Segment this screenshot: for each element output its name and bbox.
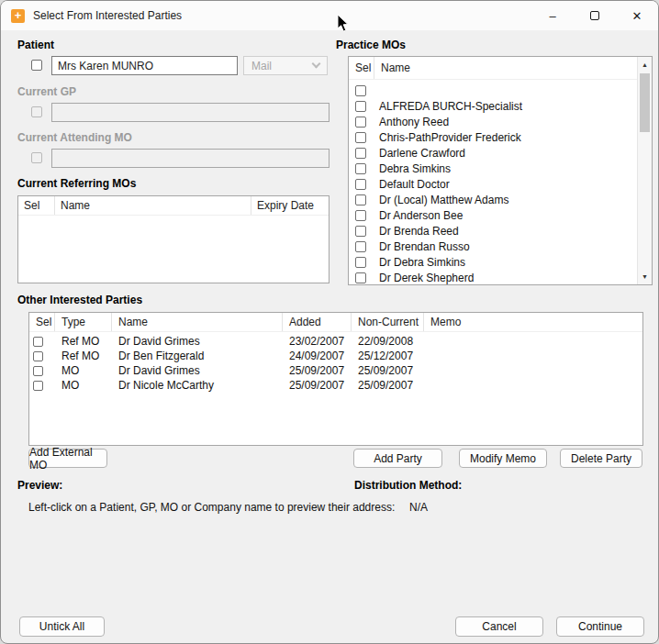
other-party-checkbox[interactable] <box>33 366 43 376</box>
other-party-name: Dr David Grimes <box>112 335 283 348</box>
other-party-sel-cell <box>29 381 55 391</box>
column-header-type[interactable]: Type <box>55 313 112 331</box>
practice-mo-name[interactable]: Default Doctor <box>379 178 450 191</box>
practice-mo-checkbox[interactable] <box>355 179 366 190</box>
practice-mo-name[interactable]: Dr Brenda Reed <box>379 225 459 238</box>
delete-party-button[interactable]: Delete Party <box>560 449 642 468</box>
practice-mo-name[interactable]: Debra Simkins <box>379 162 451 175</box>
practice-mo-row[interactable]: Darlene Crawford <box>349 145 637 161</box>
column-header-name[interactable]: Name <box>374 57 637 79</box>
preview-label: Preview: <box>17 479 62 492</box>
practice-mo-checkbox[interactable] <box>355 194 366 205</box>
other-party-sel-cell <box>29 351 55 361</box>
column-header-sel[interactable]: Sel <box>18 196 55 215</box>
practice-mo-row[interactable]: Default Doctor <box>349 176 637 192</box>
practice-mo-checkbox[interactable] <box>355 272 366 283</box>
other-party-checkbox[interactable] <box>33 337 43 347</box>
practice-mo-row[interactable]: Dr Brenda Reed <box>349 223 637 239</box>
practice-mo-name[interactable]: Dr Anderson Bee <box>379 209 463 222</box>
other-party-row[interactable]: MODr Nicole McCarthy25/09/200725/09/2007 <box>29 378 642 393</box>
cancel-button[interactable]: Cancel <box>455 616 543 637</box>
add-party-button[interactable]: Add Party <box>353 449 442 468</box>
other-party-type: MO <box>55 379 112 392</box>
practice-mo-name[interactable]: Dr Brendan Russo <box>379 240 470 253</box>
minimize-button[interactable]: – <box>531 1 574 30</box>
other-party-type: MO <box>55 364 112 377</box>
modify-memo-button[interactable]: Modify Memo <box>459 449 547 468</box>
practice-mo-row[interactable]: Debra Simkins <box>349 161 637 176</box>
other-party-added: 25/09/2007 <box>283 379 352 392</box>
other-party-noncurrent: 25/09/2007 <box>352 364 424 377</box>
practice-mo-row[interactable]: Chris-PathProvider Frederick <box>349 129 637 145</box>
other-party-row[interactable]: MODr David Grimes25/09/200725/09/2007 <box>29 363 642 378</box>
practice-mo-name[interactable]: Chris-PathProvider Frederick <box>379 131 521 144</box>
practice-mo-checkbox[interactable] <box>355 226 366 237</box>
title-bar[interactable]: + Select From Interested Parties – ✕ <box>1 1 658 30</box>
current-attending-mo-label: Current Attending MO <box>17 131 132 144</box>
column-header-sel[interactable]: Sel <box>29 313 55 331</box>
practice-mo-name[interactable]: Anthony Reed <box>379 116 449 128</box>
scroll-up-icon[interactable]: ▲ <box>638 58 652 72</box>
practice-mo-name[interactable]: ALFREDA BURCH-Specialist <box>379 100 522 113</box>
practice-mo-row[interactable]: Anthony Reed <box>349 114 637 129</box>
other-interested-parties-label: Other Interested Parties <box>17 294 142 306</box>
other-party-name: Dr Nicole McCarthy <box>112 379 283 392</box>
column-header-sel[interactable]: Sel <box>349 57 374 79</box>
patient-checkbox[interactable] <box>31 60 42 71</box>
practice-mo-name[interactable]: Darlene Crawford <box>379 147 465 160</box>
practice-mo-checkbox[interactable] <box>355 117 366 128</box>
column-header-memo[interactable]: Memo <box>424 313 642 331</box>
other-party-added: 23/02/2007 <box>283 335 352 348</box>
other-party-noncurrent: 25/12/2007 <box>352 350 424 362</box>
vertical-scrollbar[interactable]: ▲ ▼ <box>637 57 652 284</box>
practice-mo-name[interactable]: Dr Debra Simkins <box>379 256 465 269</box>
close-button[interactable]: ✕ <box>616 1 658 30</box>
practice-mo-checkbox[interactable] <box>355 210 366 221</box>
window-controls: – ✕ <box>531 1 658 30</box>
maximize-button[interactable] <box>574 1 616 30</box>
patient-name-field[interactable]: Mrs Karen MUNRO <box>51 56 238 75</box>
scroll-down-icon[interactable]: ▼ <box>638 270 652 283</box>
add-external-mo-button[interactable]: Add External MO <box>28 449 107 468</box>
practice-mo-row[interactable]: ALFREDA BURCH-Specialist <box>349 98 637 114</box>
practice-mo-row[interactable] <box>349 83 637 98</box>
practice-mo-checkbox[interactable] <box>355 163 366 174</box>
current-attending-mo-field <box>51 149 330 168</box>
practice-mo-checkbox[interactable] <box>355 148 366 159</box>
other-parties-body: Ref MODr David Grimes23/02/200722/09/200… <box>29 332 642 393</box>
distribution-option-select: Mail <box>243 56 328 75</box>
current-referring-mos-header: Sel Name Expiry Date <box>18 196 329 216</box>
column-header-added[interactable]: Added <box>283 313 352 331</box>
scrollbar-thumb[interactable] <box>640 73 650 132</box>
column-header-name[interactable]: Name <box>55 196 251 215</box>
current-attending-mo-checkbox <box>31 152 42 163</box>
practice-mo-row[interactable]: Dr (Local) Matthew Adams <box>349 192 637 207</box>
other-party-added: 24/09/2007 <box>283 350 352 362</box>
other-party-type: Ref MO <box>55 335 112 348</box>
other-party-row[interactable]: Ref MODr David Grimes23/02/200722/09/200… <box>29 334 642 349</box>
distribution-method-label: Distribution Method: <box>354 479 462 492</box>
practice-mo-row[interactable]: Dr Derek Shepherd <box>349 270 637 284</box>
other-party-checkbox[interactable] <box>33 351 43 361</box>
continue-button[interactable]: Continue <box>556 616 644 637</box>
maximize-icon <box>590 11 599 20</box>
practice-mo-checkbox[interactable] <box>355 241 366 252</box>
column-header-non-current[interactable]: Non-Current <box>352 313 424 331</box>
practice-mo-row[interactable]: Dr Debra Simkins <box>349 254 637 270</box>
column-header-expiry-date[interactable]: Expiry Date <box>251 196 329 215</box>
practice-mo-name[interactable]: Dr Derek Shepherd <box>379 272 474 284</box>
practice-mo-name[interactable]: Dr (Local) Matthew Adams <box>379 194 508 206</box>
practice-mo-row[interactable]: Dr Anderson Bee <box>349 207 637 223</box>
other-party-checkbox[interactable] <box>33 381 43 391</box>
current-gp-checkbox <box>31 106 42 117</box>
app-icon: + <box>11 9 25 23</box>
practice-mo-row[interactable]: Dr Brendan Russo <box>349 239 637 254</box>
untick-all-button[interactable]: Untick All <box>19 616 105 637</box>
column-header-name[interactable]: Name <box>112 313 283 331</box>
practice-mo-checkbox[interactable] <box>355 85 366 96</box>
practice-mo-checkbox[interactable] <box>355 101 366 112</box>
practice-mos-list: ALFREDA BURCH-SpecialistAnthony ReedChri… <box>349 81 637 284</box>
practice-mo-checkbox[interactable] <box>355 132 366 143</box>
other-party-row[interactable]: Ref MODr Ben Fitzgerald24/09/200725/12/2… <box>29 349 642 363</box>
practice-mo-checkbox[interactable] <box>355 257 366 268</box>
